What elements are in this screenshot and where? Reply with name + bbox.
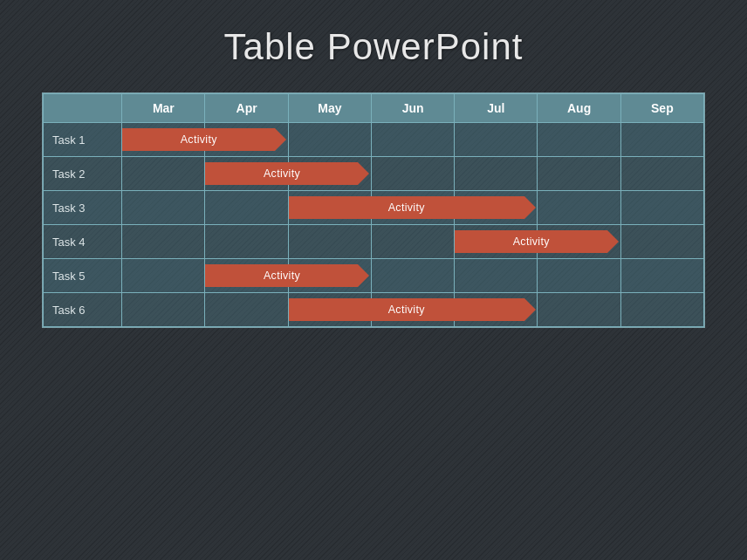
table-row: Task 1Activity (44, 123, 704, 157)
header-apr: Apr (205, 94, 288, 123)
month-cell (620, 191, 703, 225)
task-label: Task 1 (44, 123, 122, 157)
table-row: Task 6Activity (44, 293, 704, 327)
month-cell: Activity (205, 259, 288, 293)
month-cell (620, 123, 703, 157)
activity-bar: Activity (289, 196, 524, 219)
header-task-col (44, 94, 122, 123)
header-aug: Aug (538, 94, 620, 123)
month-cell (371, 259, 454, 293)
task-label: Task 4 (44, 225, 122, 259)
table-row: Task 4Activity (44, 225, 704, 259)
month-cell (620, 293, 703, 327)
page-title: Table PowerPoint (224, 26, 524, 68)
month-cell (288, 123, 371, 157)
header-sep: Sep (620, 94, 703, 123)
task-label: Task 2 (44, 157, 122, 191)
month-cell: Activity (288, 293, 371, 327)
month-cell: Activity (122, 123, 205, 157)
month-cell (538, 293, 620, 327)
month-cell (371, 123, 454, 157)
month-cell (205, 225, 288, 259)
month-cell (538, 157, 620, 191)
header-row: Mar Apr May Jun Jul Aug Sep (44, 94, 704, 123)
month-cell (205, 191, 288, 225)
month-cell (620, 225, 703, 259)
month-cell (455, 123, 538, 157)
table-row: Task 5Activity (44, 259, 704, 293)
month-cell (371, 157, 454, 191)
table-row: Task 3Activity (44, 191, 704, 225)
table-row: Task 2Activity (44, 157, 704, 191)
month-cell (620, 157, 703, 191)
month-cell (620, 259, 703, 293)
activity-bar: Activity (205, 162, 358, 185)
task-label: Task 3 (44, 191, 122, 225)
month-cell (538, 123, 620, 157)
month-cell (205, 293, 288, 327)
activity-bar: Activity (455, 230, 607, 253)
header-jun: Jun (371, 94, 454, 123)
task-label: Task 6 (44, 293, 122, 327)
month-cell (455, 259, 538, 293)
month-cell (288, 225, 371, 259)
activity-bar: Activity (122, 128, 275, 151)
month-cell (122, 259, 205, 293)
month-cell: Activity (205, 157, 288, 191)
month-cell (371, 225, 454, 259)
task-label: Task 5 (44, 259, 122, 293)
month-cell (538, 191, 620, 225)
month-cell (122, 293, 205, 327)
month-cell (455, 157, 538, 191)
month-cell (122, 157, 205, 191)
gantt-container: Mar Apr May Jun Jul Aug Sep Task 1Activi… (42, 92, 705, 328)
header-jul: Jul (455, 94, 538, 123)
month-cell: Activity (288, 191, 371, 225)
month-cell (122, 191, 205, 225)
month-cell: Activity (455, 225, 538, 259)
month-cell (538, 259, 620, 293)
month-cell (122, 225, 205, 259)
activity-bar: Activity (205, 264, 358, 287)
header-may: May (288, 94, 371, 123)
gantt-table: Mar Apr May Jun Jul Aug Sep Task 1Activi… (43, 93, 704, 327)
header-mar: Mar (122, 94, 205, 123)
activity-bar: Activity (289, 298, 524, 321)
